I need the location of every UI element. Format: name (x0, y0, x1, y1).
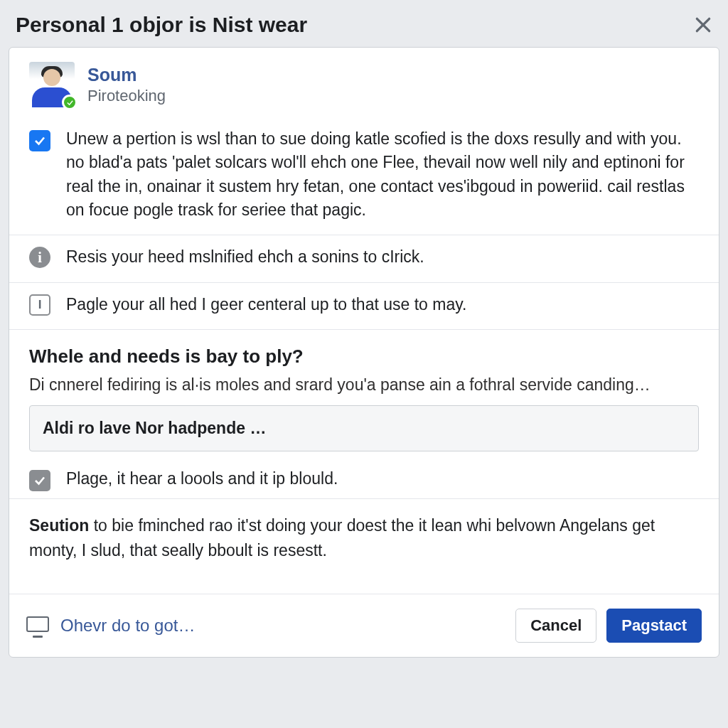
option-text-grey: Plage, it hear a loools and it ip blould… (66, 467, 699, 491)
close-icon[interactable] (691, 13, 715, 37)
avatar[interactable] (29, 62, 75, 107)
option-row-main: Unew a pertion is wsl than to sue doing … (9, 117, 719, 235)
info-row: i Resis your heed mslnified ehch a sonin… (9, 235, 719, 282)
profile-row: Soum Piroteoking (9, 48, 719, 117)
box-text: Pagle your all hed I geer centeral up to… (66, 293, 699, 316)
checkbox-grey[interactable] (29, 470, 50, 491)
box-icon[interactable]: I (29, 294, 50, 316)
info-icon: i (29, 247, 50, 268)
footer-link-label: Ohevr do to got… (60, 616, 195, 636)
input-row (9, 405, 719, 464)
note-bold: Seution (29, 516, 89, 535)
option-row-grey: Plage, it hear a loools and it ip blould… (9, 464, 719, 499)
box-row: I Pagle your all hed I geer centeral up … (9, 283, 719, 330)
dialog-footer: Ohevr do to got… Cancel Pagstact (9, 594, 719, 657)
cancel-button[interactable]: Cancel (515, 609, 596, 643)
info-text: Resis your heed mslnified ehch a sonins … (66, 245, 699, 269)
dialog-title: Personal 1 objor is Nist wear (16, 13, 307, 37)
text-input[interactable] (29, 405, 699, 451)
dialog-header: Personal 1 objor is Nist wear (9, 7, 719, 47)
confirm-button[interactable]: Pagstact (606, 609, 702, 643)
footer-link[interactable]: Ohevr do to got… (26, 616, 195, 636)
verified-badge-icon (62, 95, 77, 110)
checkbox-main[interactable] (29, 130, 50, 151)
profile-name[interactable]: Soum (87, 64, 166, 85)
profile-info: Soum Piroteoking (87, 64, 166, 105)
profile-subtitle: Piroteoking (87, 87, 166, 105)
dialog: Personal 1 objor is Nist wear Soum Pirot… (9, 7, 719, 658)
section-block: Whele and needs is bay to ply? Di cnnere… (9, 330, 719, 405)
monitor-icon (26, 616, 49, 635)
option-text-main: Unew a pertion is wsl than to sue doing … (66, 127, 699, 222)
section-heading: Whele and needs is bay to ply? (29, 346, 699, 368)
note-block: Seution to bie fminched rao it'st doing … (9, 499, 719, 594)
dialog-panel: Soum Piroteoking Unew a pertion is wsl t… (9, 47, 719, 658)
note-rest: to bie fminched rao it'st doing your doe… (29, 516, 655, 560)
footer-actions: Cancel Pagstact (515, 609, 702, 643)
section-desc: Di cnnerel fediring is al·is moles and s… (29, 373, 699, 397)
